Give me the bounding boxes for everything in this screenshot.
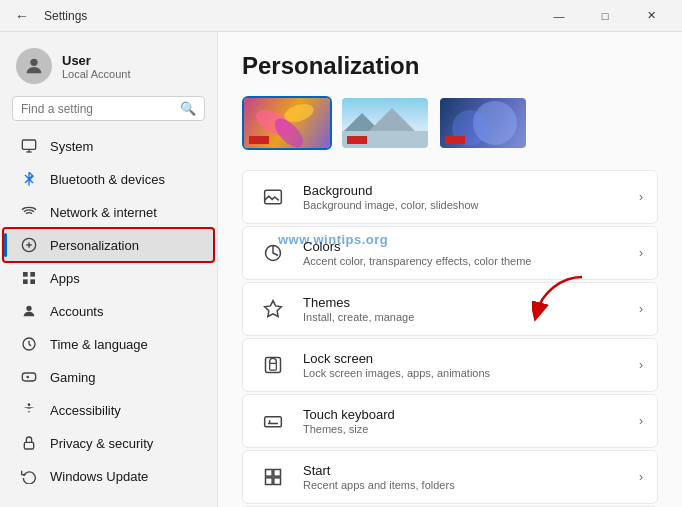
settings-item-title-touchkeyboard: Touch keyboard (303, 407, 625, 422)
system-icon (20, 137, 38, 155)
settings-item-lockscreen[interactable]: Lock screenLock screen images, apps, ani… (242, 338, 658, 392)
settings-item-touchkeyboard[interactable]: Touch keyboardThemes, size› (242, 394, 658, 448)
svg-rect-5 (30, 272, 35, 277)
chevron-right-icon: › (639, 414, 643, 428)
settings-item-subtitle-colors: Accent color, transparency effects, colo… (303, 255, 625, 267)
svg-point-11 (28, 403, 31, 406)
wallpaper-thumb-3[interactable] (438, 96, 528, 150)
svg-rect-18 (266, 470, 273, 477)
sidebar-item-label-accounts: Accounts (50, 304, 103, 319)
settings-item-title-lockscreen: Lock screen (303, 351, 625, 366)
sidebar-item-label-system: System (50, 139, 93, 154)
sidebar-item-time[interactable]: Time & language (4, 328, 213, 360)
sidebar-item-label-bluetooth: Bluetooth & devices (50, 172, 165, 187)
personalization-icon (20, 236, 38, 254)
accessibility-icon (20, 401, 38, 419)
settings-item-text-lockscreen: Lock screenLock screen images, apps, ani… (303, 351, 625, 379)
sidebar-item-bluetooth[interactable]: Bluetooth & devices (4, 163, 213, 195)
settings-item-text-touchkeyboard: Touch keyboardThemes, size (303, 407, 625, 435)
svg-point-8 (26, 306, 31, 311)
settings-item-title-background: Background (303, 183, 625, 198)
settings-list: BackgroundBackground image, color, slide… (242, 170, 658, 507)
svg-rect-17 (265, 417, 282, 427)
apps-icon (20, 269, 38, 287)
maximize-button[interactable]: □ (582, 0, 628, 32)
touchkeyboard-icon (257, 405, 289, 437)
chevron-right-icon: › (639, 302, 643, 316)
svg-rect-6 (23, 279, 28, 284)
lockscreen-icon (257, 349, 289, 381)
svg-rect-19 (274, 470, 281, 477)
user-info: User Local Account (62, 53, 131, 80)
bluetooth-icon (20, 170, 38, 188)
sidebar-item-label-time: Time & language (50, 337, 148, 352)
accounts-icon (20, 302, 38, 320)
wallpaper-thumb-1[interactable] (242, 96, 332, 150)
privacy-icon (20, 434, 38, 452)
sidebar-item-label-network: Network & internet (50, 205, 157, 220)
svg-rect-16 (270, 363, 277, 370)
colors-icon (257, 237, 289, 269)
close-button[interactable]: ✕ (628, 0, 674, 32)
svg-rect-4 (23, 272, 28, 277)
sidebar-item-personalization[interactable]: Personalization (4, 229, 213, 261)
sidebar-item-label-update: Windows Update (50, 469, 148, 484)
user-name: User (62, 53, 131, 68)
sidebar: User Local Account 🔍 SystemBluetooth & d… (0, 32, 218, 507)
svg-rect-20 (266, 478, 273, 485)
svg-point-0 (30, 59, 37, 66)
wallpaper-thumb-2[interactable] (340, 96, 430, 150)
chevron-right-icon: › (639, 190, 643, 204)
chevron-right-icon: › (639, 358, 643, 372)
sidebar-item-accessibility[interactable]: Accessibility (4, 394, 213, 426)
settings-item-subtitle-background: Background image, color, slideshow (303, 199, 625, 211)
gaming-icon (20, 368, 38, 386)
sidebar-item-system[interactable]: System (4, 130, 213, 162)
avatar (16, 48, 52, 84)
settings-item-text-start: StartRecent apps and items, folders (303, 463, 625, 491)
settings-item-title-start: Start (303, 463, 625, 478)
sidebar-item-label-gaming: Gaming (50, 370, 96, 385)
svg-rect-21 (274, 478, 281, 485)
title-bar-left: ← Settings (8, 2, 87, 30)
sidebar-item-label-personalization: Personalization (50, 238, 139, 253)
settings-item-background[interactable]: BackgroundBackground image, color, slide… (242, 170, 658, 224)
search-input[interactable] (21, 102, 174, 116)
sidebar-item-update[interactable]: Windows Update (4, 460, 213, 492)
sidebar-item-apps[interactable]: Apps (4, 262, 213, 294)
title-bar: ← Settings — □ ✕ (0, 0, 682, 32)
sidebar-item-gaming[interactable]: Gaming (4, 361, 213, 393)
settings-item-themes[interactable]: ThemesInstall, create, manage› (242, 282, 658, 336)
sidebar-item-label-apps: Apps (50, 271, 80, 286)
settings-item-subtitle-start: Recent apps and items, folders (303, 479, 625, 491)
title-bar-controls: — □ ✕ (536, 0, 674, 32)
update-icon (20, 467, 38, 485)
settings-item-colors[interactable]: ColorsAccent color, transparency effects… (242, 226, 658, 280)
app-body: User Local Account 🔍 SystemBluetooth & d… (0, 32, 682, 507)
chevron-right-icon: › (639, 246, 643, 260)
time-icon (20, 335, 38, 353)
sidebar-item-label-privacy: Privacy & security (50, 436, 153, 451)
settings-item-text-colors: ColorsAccent color, transparency effects… (303, 239, 625, 267)
sidebar-item-accounts[interactable]: Accounts (4, 295, 213, 327)
svg-rect-1 (22, 140, 35, 149)
settings-item-subtitle-lockscreen: Lock screen images, apps, animations (303, 367, 625, 379)
minimize-button[interactable]: — (536, 0, 582, 32)
settings-item-subtitle-themes: Install, create, manage (303, 311, 625, 323)
settings-item-title-colors: Colors (303, 239, 625, 254)
wallpaper-row (242, 96, 658, 150)
settings-item-text-themes: ThemesInstall, create, manage (303, 295, 625, 323)
start-icon (257, 461, 289, 493)
sidebar-item-network[interactable]: Network & internet (4, 196, 213, 228)
settings-item-subtitle-touchkeyboard: Themes, size (303, 423, 625, 435)
network-icon (20, 203, 38, 221)
settings-item-text-background: BackgroundBackground image, color, slide… (303, 183, 625, 211)
page-title: Personalization (242, 52, 658, 80)
search-box[interactable]: 🔍 (12, 96, 205, 121)
sidebar-item-privacy[interactable]: Privacy & security (4, 427, 213, 459)
sidebar-item-label-accessibility: Accessibility (50, 403, 121, 418)
settings-item-title-themes: Themes (303, 295, 625, 310)
settings-item-start[interactable]: StartRecent apps and items, folders› (242, 450, 658, 504)
back-button[interactable]: ← (8, 2, 36, 30)
user-subtitle: Local Account (62, 68, 131, 80)
